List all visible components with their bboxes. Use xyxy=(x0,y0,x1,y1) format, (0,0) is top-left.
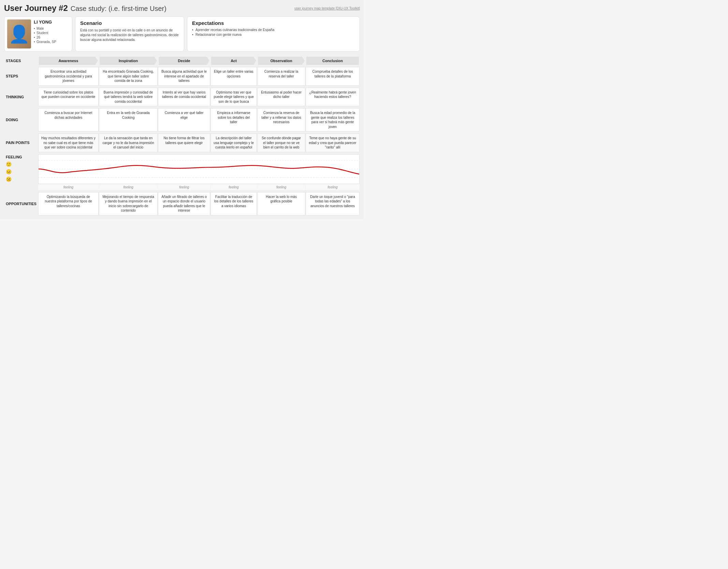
opportunities-row: OPPORTUNITIES Optimizando la búsqueda de… xyxy=(4,192,360,215)
feeling-sub-5: feeling xyxy=(306,184,360,190)
steps-cell-1: Ha encontrado Granada Cooking, que tiene… xyxy=(99,67,158,86)
user-avatar xyxy=(7,19,31,48)
thinking-cell-1: Buena impresión y curiosidad de qué tall… xyxy=(99,88,158,106)
steps-cell-2: Busca alguna actividad que le interese e… xyxy=(158,67,210,86)
feeling-sub-4: feeling xyxy=(257,184,305,190)
opp-cell-1: Mejorando el tiempo de respuesta y dando… xyxy=(99,192,158,215)
pain-cell-4: Se confunde dónde pagar el taller porque… xyxy=(257,133,305,152)
stage-decide-td: Decide xyxy=(158,57,210,65)
steps-row: STEPS Encontrar una actividad gastronómi… xyxy=(4,67,360,86)
toolkit-link[interactable]: user journey map template [DIU-UX Toolki… xyxy=(294,6,360,10)
user-location: Granada, SP xyxy=(34,40,69,44)
stage-conclusion: Conclusion xyxy=(306,57,359,65)
feeling-sub-label-empty xyxy=(4,184,38,190)
steps-cell-5: Comprueba detalles de los talleres de la… xyxy=(306,67,360,86)
thinking-cell-0: Tiene curiosidad sobre los platos que pu… xyxy=(38,88,99,106)
page-container: User Journey #2 Case study: (i.e. first-… xyxy=(0,0,364,219)
pain-points-label: PAIN POINTS xyxy=(4,133,38,152)
doing-cell-1: Entra en la web de Granada Cooking xyxy=(99,108,158,131)
feeling-emoji-sad: ☹️ xyxy=(6,175,37,183)
thinking-label: THINKING xyxy=(4,88,38,106)
spacer-1 xyxy=(4,65,360,67)
journey-table: STAGES Awareness Inspiration Decide Act … xyxy=(4,56,360,216)
spacer-5 xyxy=(4,153,360,154)
user-info-section: LI YONG Male Student 26 Granada, SP Scen… xyxy=(4,16,360,52)
feeling-sub-2: feeling xyxy=(158,184,210,190)
doing-cell-5: Busca la edad promedio de la gente que r… xyxy=(306,108,360,131)
thinking-row: THINKING Tiene curiosidad sobre los plat… xyxy=(4,88,360,106)
steps-label: STEPS xyxy=(4,67,38,86)
stage-inspiration-td: Inspiration xyxy=(99,57,158,65)
stages-row: STAGES Awareness Inspiration Decide Act … xyxy=(4,57,360,65)
expectation-item-1: Aprender recetas culinarias tradicionale… xyxy=(192,28,355,32)
header: User Journey #2 Case study: (i.e. first-… xyxy=(4,3,360,13)
expectations-title: Expectations xyxy=(192,20,355,26)
thinking-cell-3: Optimismo tras ver que puede elegir tall… xyxy=(210,88,257,106)
opportunities-label: OPPORTUNITIES xyxy=(4,192,38,215)
steps-cell-3: Elige un taller entre varias opciones xyxy=(210,67,257,86)
spacer-2 xyxy=(4,86,360,87)
pain-cell-0: Hay muchos resultados diferentes y no sa… xyxy=(38,133,99,152)
thinking-cell-2: Interés al ver que hay varios talleres d… xyxy=(158,88,210,106)
doing-label: DOING xyxy=(4,108,38,131)
spacer-4 xyxy=(4,132,360,133)
feeling-chart-svg xyxy=(39,155,359,183)
doing-cell-2: Comienza a ver qué taller elige xyxy=(158,108,210,131)
doing-cell-3: Empieza a informarse sobre los detalles … xyxy=(210,108,257,131)
feeling-sub-row: feeling feeling feeling feeling feeling … xyxy=(4,184,360,190)
thinking-cell-4: Entusiasmo al poder hacer dicho taller xyxy=(257,88,305,106)
user-role: Student xyxy=(34,31,69,35)
feeling-label-cell: FEELING 🙂 😐 ☹️ xyxy=(4,154,38,184)
expectations-list: Aprender recetas culinarias tradicionale… xyxy=(192,28,355,37)
thinking-cell-5: ¿Realmente habrá gente joven haciendo es… xyxy=(306,88,360,106)
opp-cell-5: Darle un toque juvenil o "para todas las… xyxy=(306,192,360,215)
feeling-sub-3: feeling xyxy=(210,184,257,190)
stage-inspiration: Inspiration xyxy=(100,57,157,65)
doing-cell-0: Comienza a buscar por Internet dichas ac… xyxy=(38,108,99,131)
stage-decide: Decide xyxy=(159,57,209,65)
pain-cell-2: No tiene forma de filtrar los talleres q… xyxy=(158,133,210,152)
expectations-card: Expectations Aprender recetas culinarias… xyxy=(187,16,360,52)
feeling-emojis: 🙂 😐 ☹️ xyxy=(6,160,37,183)
expectation-item-2: Relacionarse con gente nueva xyxy=(192,33,355,37)
pain-cell-1: Le da la sensación que tarda en cargar y… xyxy=(99,133,158,152)
page-title-sub: Case study: (i.e. first-time User) xyxy=(71,5,166,13)
avatar-image xyxy=(7,19,31,48)
feeling-curve xyxy=(39,166,359,174)
user-card: LI YONG Male Student 26 Granada, SP xyxy=(4,16,72,52)
user-age: 26 xyxy=(34,35,69,39)
opp-cell-2: Añadir un filtrado de talleres o un espa… xyxy=(158,192,210,215)
feeling-sub-1: feeling xyxy=(99,184,158,190)
stage-act-td: Act xyxy=(210,57,257,65)
feeling-emoji-happy: 🙂 xyxy=(6,160,37,168)
header-title: User Journey #2 Case study: (i.e. first-… xyxy=(4,3,166,13)
stage-awareness-td: Awareness xyxy=(38,57,99,65)
steps-cell-0: Encontrar una actividad gastronómica occ… xyxy=(38,67,99,86)
doing-cell-4: Comienza la reserva de taller y a rellen… xyxy=(257,108,305,131)
scenario-card: Scenario Está con su portátil y como vió… xyxy=(75,16,184,52)
user-details: LI YONG Male Student 26 Granada, SP xyxy=(34,19,69,44)
pain-cell-5: Teme que no haya gente de su edad y crea… xyxy=(306,133,360,152)
pain-cell-3: La descripción del taller usa lenguaje c… xyxy=(210,133,257,152)
opp-cell-3: Facilitar la traducción de los detalles … xyxy=(210,192,257,215)
opp-cell-0: Optimizando la búsqueda de nuestra plata… xyxy=(38,192,99,215)
scenario-title: Scenario xyxy=(80,20,179,26)
stage-conclusion-td: Conclusion xyxy=(306,57,360,65)
user-name: LI YONG xyxy=(34,19,69,25)
feeling-label: FEELING xyxy=(6,155,37,159)
page-title-bold: User Journey #2 xyxy=(4,3,68,13)
stage-awareness: Awareness xyxy=(39,57,98,65)
stages-label: STAGES xyxy=(4,57,38,65)
pain-points-row: PAIN POINTS Hay muchos resultados difere… xyxy=(4,133,360,152)
stage-observation-td: Observation xyxy=(257,57,305,65)
stage-observation: Observation xyxy=(258,57,305,65)
feeling-sub-0: feeling xyxy=(38,184,99,190)
steps-cell-4: Comienza a realizar la reserva del talle… xyxy=(257,67,305,86)
feeling-chart-cell xyxy=(38,154,360,184)
opp-cell-4: Hacer la web lo más gráfica posible xyxy=(257,192,305,215)
stage-act: Act xyxy=(211,57,256,65)
spacer-6 xyxy=(4,190,360,192)
spacer-3 xyxy=(4,106,360,108)
feeling-emoji-neutral: 😐 xyxy=(6,168,37,175)
user-gender: Male xyxy=(34,27,69,30)
